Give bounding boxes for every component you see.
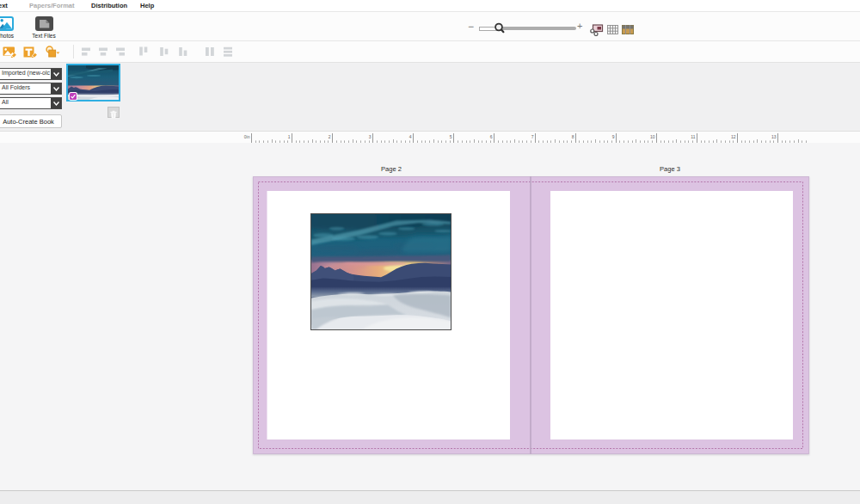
svg-text:3: 3 (369, 134, 372, 139)
svg-text:6: 6 (490, 134, 493, 139)
svg-text:1: 1 (288, 134, 291, 139)
svg-text:9: 9 (612, 134, 615, 139)
svg-text:2: 2 (329, 134, 331, 139)
svg-text:7: 7 (531, 134, 534, 139)
svg-text:11: 11 (691, 134, 695, 139)
svg-text:8: 8 (572, 134, 574, 139)
svg-text:12: 12 (731, 134, 736, 139)
svg-text:0in: 0in (244, 134, 250, 139)
svg-text:10: 10 (650, 134, 655, 139)
svg-text:5: 5 (450, 134, 452, 139)
svg-text:13: 13 (771, 134, 777, 139)
svg-text:4: 4 (409, 134, 412, 139)
